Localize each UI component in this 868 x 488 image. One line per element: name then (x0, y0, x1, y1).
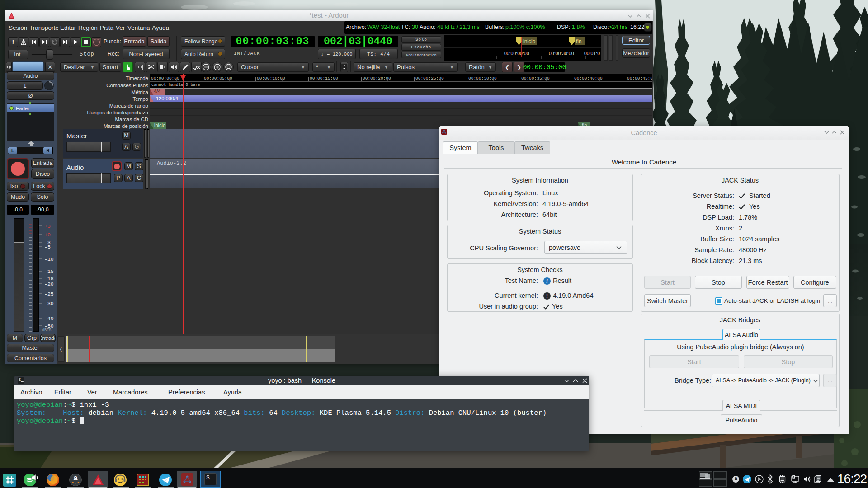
svg-text:00:00:25:00: 00:00:25:00 (415, 76, 444, 81)
svg-text:-25: -25 (44, 291, 54, 297)
svg-text:!: ! (12, 39, 14, 45)
svg-text:-15: -15 (44, 268, 54, 274)
svg-text:-30: -30 (44, 300, 54, 306)
svg-text:00:00:00:00: 00:00:00:00 (504, 51, 529, 56)
svg-text:-5: -5 (44, 244, 51, 250)
svg-text:00:00:20:00: 00:00:20:00 (363, 76, 391, 81)
svg-text:00:00:05:00: 00:00:05:00 (204, 76, 232, 81)
svg-text:00:00:10:00: 00:00:10:00 (257, 76, 285, 81)
svg-text:00:00:35:00: 00:00:35:00 (521, 76, 550, 81)
svg-text:00:00:30:00: 00:00:30:00 (468, 76, 497, 81)
svg-text:-10: -10 (44, 256, 54, 262)
svg-text:00:00:00:00: 00:00:00:00 (151, 76, 179, 81)
svg-text:-20: -20 (44, 281, 54, 287)
svg-text:00:00:15:00: 00:00:15:00 (310, 76, 338, 81)
svg-text:fin: fin (576, 38, 582, 45)
svg-text:00:00:40:00: 00:00:40:00 (574, 76, 603, 81)
svg-text:+0: +0 (44, 232, 51, 238)
svg-text:00:01:0: 00:01:0 (584, 51, 600, 56)
svg-text:00:00:45:00: 00:00:45:00 (627, 76, 652, 81)
svg-text:inicio: inicio (523, 38, 536, 45)
svg-text:-40: -40 (44, 315, 54, 321)
svg-text:00:00:30:00: 00:00:30:00 (549, 51, 574, 56)
svg-text:+3: +3 (44, 223, 51, 229)
